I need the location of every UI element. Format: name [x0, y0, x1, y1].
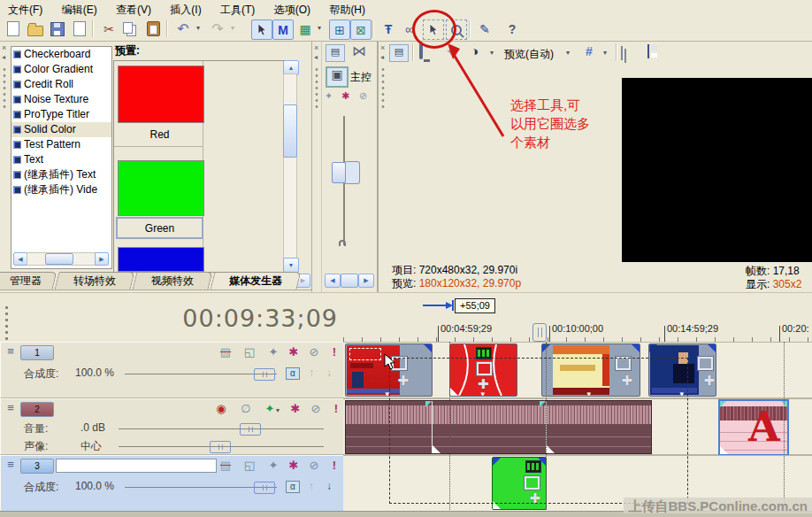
preview-quality-dropdown[interactable]: ▾ [566, 49, 570, 57]
menu-help[interactable]: 帮助(H) [321, 0, 373, 18]
tab-video-fx[interactable]: 视频特效 [133, 272, 213, 289]
event-fx-button[interactable]: ✚ [703, 373, 715, 389]
master-fx-button[interactable]: ✦ [325, 89, 333, 102]
compositing-mode-button[interactable]: α [286, 481, 300, 493]
solo-button[interactable]: ! [325, 459, 344, 473]
fade-corner[interactable] [493, 458, 501, 466]
event-fx-button[interactable]: ✚ [529, 490, 540, 506]
new-project-button[interactable] [4, 19, 23, 38]
master-mute-button[interactable]: ⊘ [359, 89, 367, 102]
pin-icon[interactable]: ◂ [380, 53, 384, 61]
event-pan-crop-button[interactable] [477, 362, 492, 375]
track1-header[interactable]: ≡ 1 ▨ ◱ ✦ ✱ ⊘ ! 合成度: 100.0 % α ↑ ↓ [0, 342, 346, 398]
menu-insert[interactable]: 插入(I) [162, 0, 209, 18]
copy-button[interactable] [121, 19, 141, 38]
split-screen-dropdown[interactable]: ▾ [490, 49, 494, 57]
paste-button[interactable] [143, 19, 163, 38]
ignore-event-grouping-button[interactable]: ∞ [400, 19, 419, 38]
mute-button[interactable]: ⊘ [306, 402, 326, 416]
automation-dropdown[interactable]: ▾ [315, 24, 324, 32]
selected-audio-event[interactable]: A [718, 399, 789, 456]
close-icon[interactable]: × [314, 43, 318, 52]
whats-this-help-button[interactable]: ? [502, 19, 522, 38]
menu-tools[interactable]: 工具(T) [212, 0, 263, 18]
track-minimize-button[interactable]: ≡ [4, 459, 18, 472]
redo-dropdown[interactable]: ▾ [228, 24, 237, 32]
track2-lane[interactable]: A [343, 398, 812, 455]
tab-media-generators[interactable]: 媒体发生器 [211, 272, 302, 289]
mixer-scroll-left-button[interactable]: ◀ [325, 274, 341, 288]
generated-media-icon[interactable] [476, 347, 492, 359]
preview-views-button[interactable]: ▤ [389, 44, 409, 62]
pin-icon[interactable]: ◂ [2, 53, 5, 61]
volume-slider-track[interactable] [119, 428, 324, 429]
track-properties-button[interactable]: ✱ [284, 345, 303, 359]
list-item-selected[interactable]: Solid Color [11, 122, 111, 137]
event-fx-button[interactable]: ✚ [621, 373, 632, 389]
track3-number-button[interactable]: 3 [20, 459, 54, 474]
selection-tool-button[interactable] [423, 19, 444, 40]
track3-header[interactable]: ≡ 3 ▨ ◱ ✦ ✱ ⊘ ! 合成度: 100.0 % α ↑ ↓ [0, 455, 346, 512]
dock-grip[interactable] [381, 66, 385, 109]
timeline-cursor-grip[interactable] [532, 323, 547, 342]
track-properties-button[interactable]: ✱ [286, 402, 305, 416]
list-item[interactable]: Credit Roll [11, 77, 111, 92]
composite-slider-handle[interactable] [254, 368, 275, 381]
lock-envelopes-button[interactable]: ⊠ [350, 19, 372, 40]
audio-event-group[interactable] [345, 400, 652, 454]
menu-options[interactable]: 选项(O) [266, 0, 318, 18]
normal-edit-tool-button[interactable] [251, 19, 272, 40]
bypass-motion-blur-button[interactable]: ▨ [216, 459, 235, 473]
properties-button[interactable] [70, 19, 89, 38]
save-button[interactable] [48, 19, 67, 38]
close-icon[interactable]: × [380, 43, 385, 52]
undo-dropdown[interactable]: ▾ [194, 24, 203, 32]
track2-number-button[interactable]: 2 [20, 402, 54, 417]
vscroll-track[interactable] [283, 73, 297, 259]
mixer-scroll-thumb[interactable] [341, 274, 358, 288]
preset-swatch-blue[interactable] [118, 247, 204, 272]
mute-button[interactable]: ⊘ [304, 345, 324, 359]
timeline-ruler[interactable]: 00:04:59;29 00:10:00;00 00:14:59;29 00:2… [343, 320, 812, 343]
list-item[interactable]: Text [11, 152, 111, 167]
overlays-dropdown[interactable]: ▾ [603, 49, 607, 57]
mixer-scroll-right-button[interactable]: ▶ [358, 274, 374, 288]
fade-corner[interactable] [542, 344, 550, 352]
fade-corner[interactable] [424, 344, 432, 352]
solo-button[interactable]: ! [325, 345, 344, 359]
event-pan-crop-button[interactable] [616, 357, 631, 370]
list-item[interactable]: Noise Texture [11, 92, 111, 107]
track-motion-button[interactable]: ◱ [240, 459, 259, 473]
track-motion-button[interactable]: ◱ [240, 345, 259, 359]
preset-label-green[interactable]: Green [116, 217, 203, 239]
track1-number-button[interactable]: 1 [20, 345, 54, 360]
compositing-mode-button[interactable]: α [286, 367, 300, 380]
track-minimize-button[interactable]: ≡ [4, 345, 18, 359]
automation-settings-button[interactable]: ▦ [295, 19, 315, 38]
close-icon[interactable]: × [2, 43, 6, 52]
video-event-2[interactable]: ✚ [449, 343, 517, 397]
external-monitor-button[interactable] [419, 45, 423, 58]
arm-record-button[interactable]: ◉ [211, 402, 231, 416]
enable-snapping-button[interactable]: Ŧ [379, 19, 398, 38]
list-item[interactable]: (继承插件) Text [11, 167, 111, 182]
make-composite-parent-button[interactable]: ↑ [303, 479, 319, 493]
menu-edit[interactable]: 编辑(E) [54, 0, 105, 18]
event-pan-crop-button[interactable] [525, 476, 540, 490]
list-item[interactable]: (继承插件) Vide [11, 182, 111, 197]
event-fx-button[interactable]: ✚ [478, 376, 489, 392]
tab-transitions[interactable]: 转场特效 [55, 272, 135, 289]
fade-corner[interactable] [708, 344, 716, 352]
track-fx-dropdown[interactable]: ▾ [276, 406, 280, 414]
list-item[interactable]: Color Gradient [11, 62, 111, 77]
copy-snapshot-button[interactable] [624, 47, 626, 59]
preset-swatch-green[interactable] [118, 160, 204, 216]
hscroll-thumb[interactable] [45, 253, 73, 265]
save-snapshot-button[interactable] [647, 45, 649, 58]
track-properties-button[interactable]: ✱ [284, 459, 303, 473]
event-pan-crop-button[interactable] [698, 357, 713, 370]
hscroll-left-button[interactable]: ◀ [13, 252, 27, 266]
split-screen-button[interactable]: ◑ [471, 44, 479, 58]
green-solid-color-event[interactable]: ✚ [492, 457, 547, 510]
zoom-tool-button[interactable] [446, 19, 467, 40]
